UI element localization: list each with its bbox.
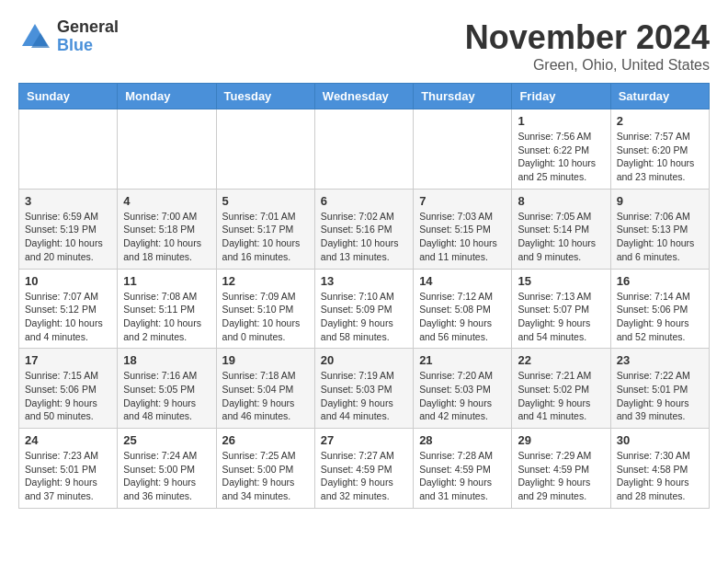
cell-3-3: 20Sunrise: 7:19 AM Sunset: 5:03 PM Dayli… <box>314 349 413 429</box>
day-number: 19 <box>222 353 309 367</box>
cell-2-6: 16Sunrise: 7:14 AM Sunset: 5:06 PM Dayli… <box>610 269 709 349</box>
day-info: Sunrise: 7:25 AM Sunset: 5:00 PM Dayligh… <box>222 449 309 503</box>
cell-1-4: 7Sunrise: 7:03 AM Sunset: 5:15 PM Daylig… <box>414 189 512 269</box>
day-number: 27 <box>321 433 407 447</box>
cell-1-1: 4Sunrise: 7:00 AM Sunset: 5:18 PM Daylig… <box>118 189 216 269</box>
cell-1-5: 8Sunrise: 7:05 AM Sunset: 5:14 PM Daylig… <box>512 189 610 269</box>
day-info: Sunrise: 7:06 AM Sunset: 5:13 PM Dayligh… <box>617 210 703 264</box>
day-number: 15 <box>518 274 604 288</box>
day-info: Sunrise: 7:18 AM Sunset: 5:04 PM Dayligh… <box>222 369 309 423</box>
day-number: 14 <box>419 274 506 288</box>
logo: General Blue <box>18 18 119 55</box>
day-info: Sunrise: 7:20 AM Sunset: 5:03 PM Dayligh… <box>419 369 506 423</box>
cell-0-6: 2Sunrise: 7:57 AM Sunset: 6:20 PM Daylig… <box>610 109 709 190</box>
cell-1-2: 5Sunrise: 7:01 AM Sunset: 5:17 PM Daylig… <box>216 189 314 269</box>
day-number: 22 <box>518 353 604 367</box>
cell-2-2: 12Sunrise: 7:09 AM Sunset: 5:10 PM Dayli… <box>216 269 314 349</box>
cell-2-1: 11Sunrise: 7:08 AM Sunset: 5:11 PM Dayli… <box>118 269 216 349</box>
header-wednesday: Wednesday <box>314 84 413 109</box>
day-number: 5 <box>222 194 309 208</box>
week-row-2: 10Sunrise: 7:07 AM Sunset: 5:12 PM Dayli… <box>19 269 710 349</box>
cell-3-5: 22Sunrise: 7:21 AM Sunset: 5:02 PM Dayli… <box>512 349 610 429</box>
week-row-4: 24Sunrise: 7:23 AM Sunset: 5:01 PM Dayli… <box>19 429 710 509</box>
day-info: Sunrise: 7:56 AM Sunset: 6:22 PM Dayligh… <box>518 130 604 184</box>
day-number: 10 <box>25 274 111 288</box>
cell-4-4: 28Sunrise: 7:28 AM Sunset: 4:59 PM Dayli… <box>414 429 512 509</box>
cell-4-2: 26Sunrise: 7:25 AM Sunset: 5:00 PM Dayli… <box>216 429 314 509</box>
day-number: 13 <box>321 274 407 288</box>
day-number: 11 <box>123 274 210 288</box>
day-info: Sunrise: 7:03 AM Sunset: 5:15 PM Dayligh… <box>419 210 506 264</box>
calendar-table: Sunday Monday Tuesday Wednesday Thursday… <box>18 83 710 509</box>
day-info: Sunrise: 7:29 AM Sunset: 4:59 PM Dayligh… <box>518 449 604 503</box>
cell-0-4 <box>414 109 512 190</box>
day-number: 16 <box>617 274 703 288</box>
cell-3-1: 18Sunrise: 7:16 AM Sunset: 5:05 PM Dayli… <box>118 349 216 429</box>
cell-1-6: 9Sunrise: 7:06 AM Sunset: 5:13 PM Daylig… <box>610 189 709 269</box>
day-number: 17 <box>25 353 111 367</box>
day-number: 28 <box>419 433 506 447</box>
cell-4-5: 29Sunrise: 7:29 AM Sunset: 4:59 PM Dayli… <box>512 429 610 509</box>
cell-3-6: 23Sunrise: 7:22 AM Sunset: 5:01 PM Dayli… <box>610 349 709 429</box>
day-number: 1 <box>518 114 604 128</box>
day-number: 20 <box>321 353 407 367</box>
day-number: 24 <box>25 433 111 447</box>
cell-2-3: 13Sunrise: 7:10 AM Sunset: 5:09 PM Dayli… <box>314 269 413 349</box>
cell-0-3 <box>314 109 413 190</box>
cell-0-1 <box>118 109 216 190</box>
cell-4-1: 25Sunrise: 7:24 AM Sunset: 5:00 PM Dayli… <box>118 429 216 509</box>
day-number: 30 <box>617 433 703 447</box>
header-friday: Friday <box>512 84 610 109</box>
day-info: Sunrise: 7:05 AM Sunset: 5:14 PM Dayligh… <box>518 210 604 264</box>
cell-4-6: 30Sunrise: 7:30 AM Sunset: 4:58 PM Dayli… <box>610 429 709 509</box>
day-info: Sunrise: 7:24 AM Sunset: 5:00 PM Dayligh… <box>123 449 210 503</box>
day-number: 9 <box>617 194 703 208</box>
day-info: Sunrise: 7:23 AM Sunset: 5:01 PM Dayligh… <box>25 449 111 503</box>
day-info: Sunrise: 7:16 AM Sunset: 5:05 PM Dayligh… <box>123 369 210 423</box>
logo-general: General <box>57 18 119 37</box>
month-title: November 2024 <box>465 18 710 57</box>
cell-0-2 <box>216 109 314 190</box>
day-info: Sunrise: 7:22 AM Sunset: 5:01 PM Dayligh… <box>617 369 703 423</box>
day-number: 25 <box>123 433 210 447</box>
logo-icon <box>18 20 51 53</box>
day-info: Sunrise: 7:09 AM Sunset: 5:10 PM Dayligh… <box>222 290 309 344</box>
location: Green, Ohio, United States <box>465 57 710 74</box>
cell-1-3: 6Sunrise: 7:02 AM Sunset: 5:16 PM Daylig… <box>314 189 413 269</box>
day-number: 29 <box>518 433 604 447</box>
cell-0-5: 1Sunrise: 7:56 AM Sunset: 6:22 PM Daylig… <box>512 109 610 190</box>
day-number: 6 <box>321 194 407 208</box>
day-info: Sunrise: 7:12 AM Sunset: 5:08 PM Dayligh… <box>419 290 506 344</box>
calendar-header-row: Sunday Monday Tuesday Wednesday Thursday… <box>19 84 710 109</box>
header: General Blue November 2024 Green, Ohio, … <box>18 18 710 74</box>
cell-3-0: 17Sunrise: 7:15 AM Sunset: 5:06 PM Dayli… <box>19 349 118 429</box>
header-monday: Monday <box>118 84 216 109</box>
day-number: 23 <box>617 353 703 367</box>
cell-1-0: 3Sunrise: 6:59 AM Sunset: 5:19 PM Daylig… <box>19 189 118 269</box>
day-info: Sunrise: 7:13 AM Sunset: 5:07 PM Dayligh… <box>518 290 604 344</box>
header-tuesday: Tuesday <box>216 84 314 109</box>
day-number: 7 <box>419 194 506 208</box>
cell-3-4: 21Sunrise: 7:20 AM Sunset: 5:03 PM Dayli… <box>414 349 512 429</box>
day-info: Sunrise: 7:28 AM Sunset: 4:59 PM Dayligh… <box>419 449 506 503</box>
week-row-1: 3Sunrise: 6:59 AM Sunset: 5:19 PM Daylig… <box>19 189 710 269</box>
day-number: 12 <box>222 274 309 288</box>
day-info: Sunrise: 7:27 AM Sunset: 4:59 PM Dayligh… <box>321 449 407 503</box>
day-number: 26 <box>222 433 309 447</box>
header-sunday: Sunday <box>19 84 118 109</box>
day-number: 18 <box>123 353 210 367</box>
cell-2-4: 14Sunrise: 7:12 AM Sunset: 5:08 PM Dayli… <box>414 269 512 349</box>
day-number: 3 <box>25 194 111 208</box>
cell-2-5: 15Sunrise: 7:13 AM Sunset: 5:07 PM Dayli… <box>512 269 610 349</box>
day-number: 21 <box>419 353 506 367</box>
header-saturday: Saturday <box>610 84 709 109</box>
cell-2-0: 10Sunrise: 7:07 AM Sunset: 5:12 PM Dayli… <box>19 269 118 349</box>
cell-4-0: 24Sunrise: 7:23 AM Sunset: 5:01 PM Dayli… <box>19 429 118 509</box>
day-info: Sunrise: 7:30 AM Sunset: 4:58 PM Dayligh… <box>617 449 703 503</box>
day-info: Sunrise: 7:08 AM Sunset: 5:11 PM Dayligh… <box>123 290 210 344</box>
day-info: Sunrise: 7:21 AM Sunset: 5:02 PM Dayligh… <box>518 369 604 423</box>
logo-text: General Blue <box>57 18 119 55</box>
day-info: Sunrise: 7:19 AM Sunset: 5:03 PM Dayligh… <box>321 369 407 423</box>
cell-4-3: 27Sunrise: 7:27 AM Sunset: 4:59 PM Dayli… <box>314 429 413 509</box>
cell-0-0 <box>19 109 118 190</box>
